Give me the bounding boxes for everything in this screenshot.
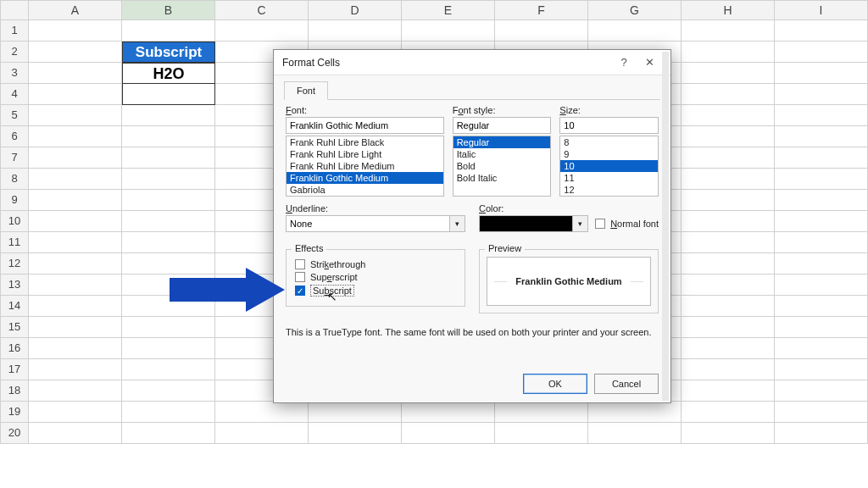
cell[interactable] [682,232,775,253]
cell[interactable] [29,20,122,42]
cell[interactable] [29,380,122,402]
cell[interactable] [682,380,775,402]
list-item[interactable]: Frank Ruhl Libre Black [287,136,443,148]
list-item[interactable]: Gadugi [287,196,443,197]
col-header-B[interactable]: B [122,0,215,20]
cell[interactable] [682,105,775,126]
cell[interactable] [775,169,868,190]
cell[interactable] [122,84,215,105]
list-item[interactable]: 10 [560,160,658,172]
cell[interactable] [309,402,402,423]
normal-font-checkbox[interactable]: Normal font [595,219,659,229]
cell[interactable] [682,169,775,190]
cell[interactable] [775,126,868,147]
cell[interactable] [682,126,775,147]
list-item[interactable]: 8 [560,136,658,148]
row-header[interactable]: 12 [0,253,29,274]
cell[interactable] [29,232,122,253]
fontstyle-listbox[interactable]: RegularItalicBoldBold Italic [453,136,552,197]
list-item[interactable]: Italic [453,148,551,160]
row-header[interactable]: 1 [0,20,29,42]
list-item[interactable]: 9 [560,148,658,160]
size-listbox[interactable]: 8910111214 [559,136,659,197]
cell[interactable] [775,232,868,253]
cell[interactable] [682,402,775,423]
cell[interactable] [122,423,215,444]
select-all-corner[interactable] [0,0,29,20]
cell[interactable] [682,63,775,84]
row-header[interactable]: 2 [0,42,29,63]
col-header-F[interactable]: F [495,0,588,20]
row-header[interactable]: 19 [0,402,29,423]
list-item[interactable]: Frank Ruhl Libre Medium [287,160,443,172]
cell[interactable] [775,42,868,63]
cell[interactable] [775,84,868,105]
list-item[interactable]: Gabriola [287,184,443,196]
list-item[interactable]: Bold [453,160,551,172]
cell[interactable] [29,84,122,105]
cell[interactable] [215,423,309,444]
cell[interactable] [29,190,122,211]
cell[interactable] [775,190,868,211]
color-swatch[interactable] [479,215,573,232]
cell[interactable] [682,423,775,444]
ok-button[interactable]: OK [523,374,587,394]
cell[interactable] [775,423,868,444]
cell[interactable] [122,169,215,190]
col-header-C[interactable]: C [215,0,309,20]
cell[interactable] [122,147,215,169]
cell[interactable] [775,253,868,274]
help-button[interactable]: ? [611,50,637,75]
cell[interactable] [29,105,122,126]
cell[interactable] [682,211,775,232]
cell[interactable] [588,402,682,423]
chevron-down-icon[interactable]: ▾ [450,215,465,232]
cell[interactable] [29,126,122,147]
row-header[interactable]: 15 [0,317,29,338]
cell[interactable] [309,423,402,444]
row-header[interactable]: 7 [0,147,29,169]
cell[interactable] [775,380,868,402]
row-header[interactable]: 6 [0,126,29,147]
cell[interactable] [29,211,122,232]
font-input[interactable] [286,117,444,134]
close-button[interactable]: ✕ [637,50,662,75]
col-header-E[interactable]: E [402,0,495,20]
cell[interactable] [122,211,215,232]
row-header[interactable]: 13 [0,274,29,296]
cell[interactable] [29,359,122,380]
cell[interactable] [29,63,122,84]
cell[interactable] [215,20,309,42]
cell[interactable] [122,105,215,126]
cell[interactable] [775,63,868,84]
cell[interactable] [29,169,122,190]
row-header[interactable]: 14 [0,296,29,317]
subscript-checkbox[interactable]: ✓ Subscript ↖ [295,285,456,297]
cell[interactable] [682,338,775,359]
cell[interactable] [122,20,215,42]
cell[interactable] [29,338,122,359]
cell[interactable] [775,211,868,232]
cell[interactable] [775,338,868,359]
superscript-checkbox[interactable]: Superscript [295,272,456,282]
cell[interactable] [122,190,215,211]
cell[interactable] [29,253,122,274]
row-header[interactable]: 17 [0,359,29,380]
cell[interactable] [682,296,775,317]
row-header[interactable]: 11 [0,232,29,253]
list-item[interactable]: Franklin Gothic Medium [287,172,443,184]
cell[interactable]: H2O [122,63,215,84]
cell[interactable] [29,147,122,169]
row-header[interactable]: 8 [0,169,29,190]
cell[interactable] [682,42,775,63]
cell[interactable] [682,147,775,169]
col-header-I[interactable]: I [775,0,868,20]
cell[interactable] [775,20,868,42]
underline-combo[interactable] [286,215,450,232]
cell[interactable]: Subscript [122,42,215,63]
cell[interactable] [682,253,775,274]
row-header[interactable]: 16 [0,338,29,359]
cancel-button[interactable]: Cancel [594,374,659,394]
size-input[interactable] [559,117,659,134]
cell[interactable] [775,317,868,338]
